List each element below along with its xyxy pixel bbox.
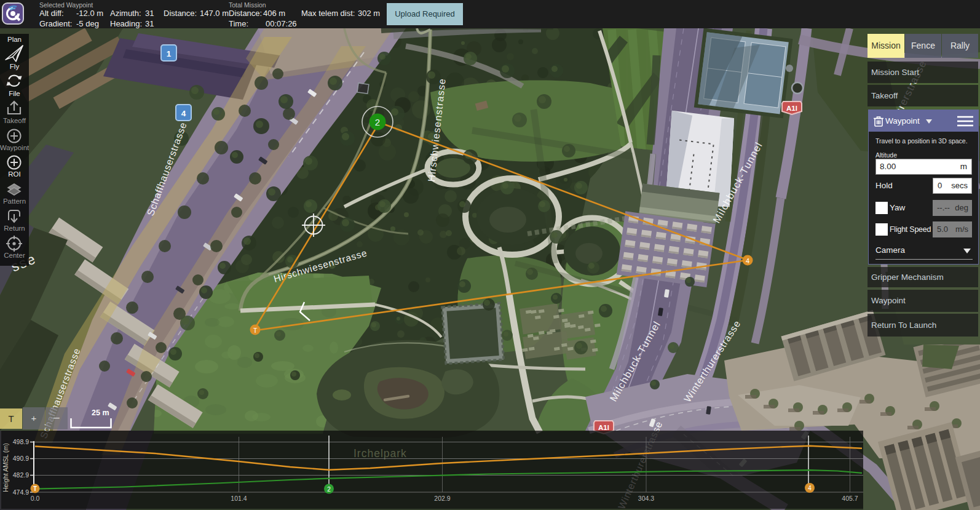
svg-text:101.4: 101.4 bbox=[231, 495, 247, 502]
svg-text:474.9: 474.9 bbox=[13, 488, 29, 496]
svg-text:490.9: 490.9 bbox=[13, 455, 29, 462]
svg-text:Pattern: Pattern bbox=[3, 197, 26, 205]
svg-text:A1l: A1l bbox=[598, 424, 609, 431]
svg-text:Irchelpark: Irchelpark bbox=[354, 447, 407, 460]
svg-text:4: 4 bbox=[746, 257, 749, 265]
svg-text:304.3: 304.3 bbox=[638, 495, 654, 502]
svg-text:Waypoint: Waypoint bbox=[0, 144, 29, 151]
svg-text:Takeoff: Takeoff bbox=[3, 117, 26, 124]
svg-text:202.9: 202.9 bbox=[434, 495, 450, 502]
svg-text:ROI: ROI bbox=[8, 170, 20, 178]
svg-text:482.9: 482.9 bbox=[13, 471, 29, 479]
svg-text:Height AMSL (m): Height AMSL (m) bbox=[2, 443, 9, 492]
svg-text:T: T bbox=[33, 485, 37, 492]
svg-text:2: 2 bbox=[327, 486, 331, 493]
svg-text:A1l: A1l bbox=[786, 105, 797, 112]
svg-text:498.9: 498.9 bbox=[13, 438, 29, 445]
svg-text:T: T bbox=[253, 327, 258, 334]
svg-text:4: 4 bbox=[808, 485, 812, 492]
svg-text:Fly: Fly bbox=[10, 63, 20, 70]
svg-text:Return: Return bbox=[4, 225, 25, 232]
svg-text:0.0: 0.0 bbox=[31, 495, 40, 502]
svg-text:2: 2 bbox=[375, 117, 380, 127]
svg-text:4: 4 bbox=[181, 109, 186, 118]
svg-text:Center: Center bbox=[4, 252, 25, 259]
svg-text:405.7: 405.7 bbox=[842, 495, 858, 502]
svg-text:Plan: Plan bbox=[7, 36, 22, 43]
svg-text:File: File bbox=[9, 90, 20, 97]
svg-text:1: 1 bbox=[167, 49, 172, 58]
